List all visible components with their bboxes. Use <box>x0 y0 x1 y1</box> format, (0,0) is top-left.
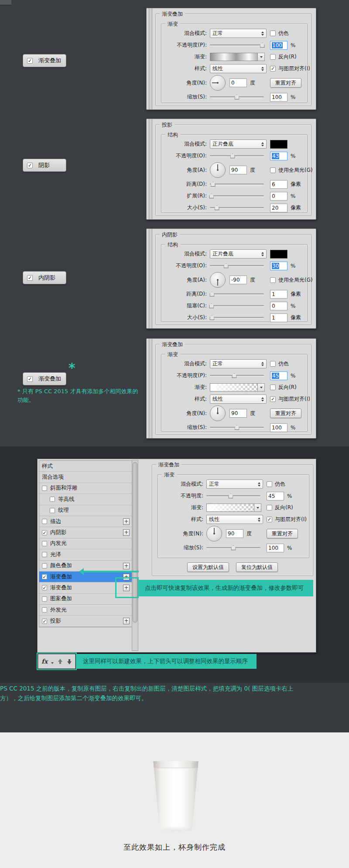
slider-thumb[interactable] <box>235 95 240 99</box>
scrollbar[interactable] <box>132 460 138 651</box>
checkbox-icon[interactable]: ✓ <box>42 619 47 624</box>
checkbox-icon[interactable]: ✓ <box>27 58 33 64</box>
effect-toggle-button[interactable]: ✓渐变叠加 <box>23 54 66 67</box>
slider[interactable] <box>210 424 264 431</box>
slider[interactable] <box>206 493 260 499</box>
value-input[interactable]: 90 <box>226 529 243 538</box>
effect-toggle-button[interactable]: ✓内阴影 <box>23 271 66 284</box>
color-swatch[interactable] <box>270 140 287 149</box>
angle-dial[interactable] <box>206 526 222 541</box>
gradient-dropdown-button[interactable] <box>258 383 265 391</box>
blend-mode-dropdown[interactable]: 线性 <box>206 515 263 524</box>
move-up-icon[interactable] <box>57 658 63 665</box>
gradient-dropdown-button[interactable] <box>258 53 265 61</box>
slider-thumb[interactable] <box>215 205 219 210</box>
value-input[interactable]: 0 <box>270 302 287 310</box>
checkbox-icon[interactable] <box>267 505 272 511</box>
checkbox-icon[interactable]: ✓ <box>42 585 47 590</box>
slider-thumb[interactable] <box>209 292 214 296</box>
value-input[interactable]: 30 <box>270 262 287 270</box>
slider-thumb[interactable] <box>235 425 240 430</box>
slider[interactable] <box>210 193 264 199</box>
value-input[interactable]: 6 <box>270 180 287 189</box>
slider-thumb[interactable] <box>224 263 229 268</box>
checkbox-icon[interactable] <box>42 607 47 613</box>
style-list-item[interactable]: 内发光 <box>39 538 132 549</box>
reset-align-button[interactable]: 重置对齐 <box>270 78 301 88</box>
angle-dial[interactable] <box>210 405 226 421</box>
value-input[interactable]: 100 <box>270 93 287 102</box>
checkbox-icon[interactable] <box>42 563 47 568</box>
slider[interactable] <box>210 204 264 211</box>
gradient-dropdown-button[interactable] <box>254 504 261 512</box>
blend-mode-dropdown[interactable]: 正常 <box>210 29 267 38</box>
checkbox-icon[interactable]: ✓ <box>270 66 276 71</box>
checkbox-icon[interactable] <box>42 552 47 557</box>
slider-thumb[interactable] <box>209 315 214 320</box>
checkbox-icon[interactable] <box>42 486 47 491</box>
checkbox-icon[interactable] <box>267 481 272 487</box>
checkbox-icon[interactable] <box>270 385 276 390</box>
reset-align-button[interactable]: 重置对齐 <box>267 529 298 538</box>
value-input[interactable]: 1 <box>270 290 287 299</box>
slider-thumb[interactable] <box>260 43 265 48</box>
checkbox-icon[interactable]: ✓ <box>270 396 276 402</box>
value-input[interactable]: 90 <box>229 166 247 174</box>
value-input[interactable]: 100 <box>267 544 284 552</box>
move-down-icon[interactable] <box>66 658 72 665</box>
value-input[interactable]: 1 <box>270 313 287 322</box>
duplicate-effect-button[interactable]: + <box>123 518 130 525</box>
angle-dial[interactable] <box>210 75 226 91</box>
angle-dial[interactable] <box>210 162 226 178</box>
slider-thumb[interactable] <box>209 303 214 308</box>
style-list-item[interactable]: 纹理 <box>39 505 132 516</box>
slider[interactable] <box>206 545 260 551</box>
reset-align-button[interactable]: 重置对齐 <box>270 408 301 418</box>
value-input[interactable]: 45 <box>270 371 287 380</box>
caret-down-icon[interactable] <box>51 662 54 664</box>
value-input[interactable]: 100 <box>270 41 287 50</box>
checkbox-icon[interactable]: ✓ <box>27 376 33 382</box>
slider[interactable] <box>210 94 264 100</box>
style-list-item[interactable]: 混合选项 <box>39 472 132 483</box>
color-swatch[interactable] <box>270 250 287 259</box>
value-input[interactable]: 0 <box>229 78 247 87</box>
duplicate-effect-button[interactable]: + <box>123 529 130 536</box>
effect-toggle-button[interactable]: ✓渐变叠加 <box>23 372 66 385</box>
value-input[interactable]: -90 <box>229 276 247 284</box>
checkbox-icon[interactable] <box>50 497 55 502</box>
slider[interactable] <box>210 291 264 297</box>
blend-mode-dropdown[interactable]: 正常 <box>210 359 267 368</box>
slider-thumb[interactable] <box>211 182 216 187</box>
checkbox-icon[interactable]: ✓ <box>42 530 47 535</box>
slider-thumb[interactable] <box>232 373 236 378</box>
gradient-preview[interactable] <box>210 383 258 391</box>
slider[interactable] <box>210 303 264 309</box>
style-list-item[interactable]: ✓内阴影+ <box>39 527 132 538</box>
gradient-preview[interactable] <box>210 53 258 61</box>
checkbox-icon[interactable] <box>270 277 276 283</box>
slider[interactable] <box>210 181 264 187</box>
slider-thumb[interactable] <box>230 153 235 158</box>
slider-thumb[interactable] <box>228 494 233 498</box>
checkbox-icon[interactable] <box>50 508 55 513</box>
value-input[interactable]: 100 <box>270 423 287 432</box>
checkbox-icon[interactable]: ✓ <box>27 163 33 168</box>
blend-mode-dropdown[interactable]: 线性 <box>210 395 267 404</box>
slider[interactable] <box>210 153 264 159</box>
slider[interactable] <box>210 372 264 379</box>
reset-default-button[interactable]: 复位为默认值 <box>236 562 278 572</box>
slider[interactable] <box>210 42 264 48</box>
value-input[interactable]: 0 <box>270 192 287 201</box>
set-default-button[interactable]: 设置为默认值 <box>187 562 229 572</box>
gradient-preview[interactable] <box>206 504 254 512</box>
checkbox-icon[interactable] <box>270 54 276 60</box>
blend-mode-dropdown[interactable]: 正片叠底 <box>210 140 267 149</box>
slider-thumb[interactable] <box>231 545 236 550</box>
style-list-item[interactable]: 等高线 <box>39 494 132 505</box>
blend-mode-dropdown[interactable]: 正片叠底 <box>210 249 267 259</box>
style-list-item[interactable]: 描边+ <box>39 516 132 527</box>
effect-toggle-button[interactable]: ✓阴影 <box>23 159 66 172</box>
style-list-item[interactable]: 斜面和浮雕 <box>39 483 132 494</box>
checkbox-icon[interactable] <box>42 541 47 546</box>
